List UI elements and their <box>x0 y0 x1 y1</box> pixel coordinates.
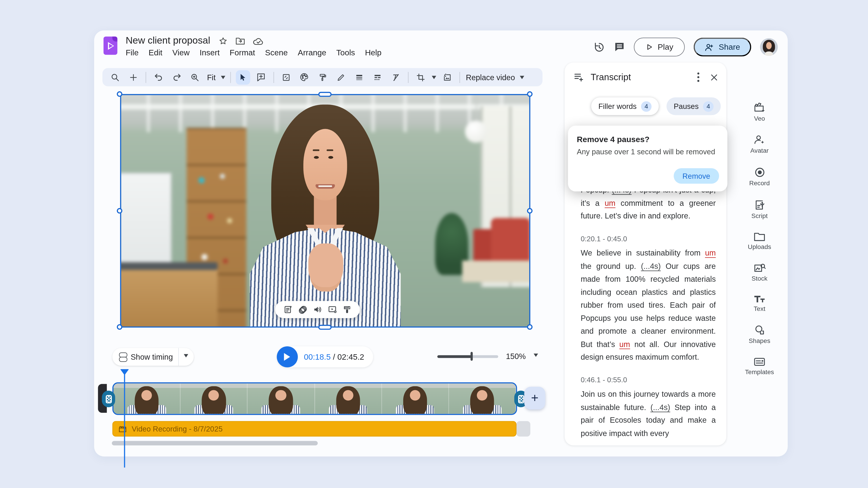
fit-zoom-select[interactable]: Fit <box>206 73 217 82</box>
menubar: FileEditViewInsertFormatSceneArrangeTool… <box>126 48 381 57</box>
stock-icon <box>753 263 766 273</box>
loop-rings-icon[interactable] <box>298 304 308 315</box>
resize-handle-right[interactable] <box>527 208 532 214</box>
script-icon <box>754 199 765 211</box>
rail-item-text[interactable]: Text <box>732 294 787 312</box>
shapes-icon <box>754 325 765 336</box>
playback-settings-icon[interactable] <box>328 305 338 314</box>
recording-icon <box>119 425 127 432</box>
add-icon[interactable] <box>126 70 141 85</box>
replace-video-caret-icon[interactable] <box>520 76 524 81</box>
record-icon <box>754 166 765 178</box>
zoom-caret-icon[interactable] <box>533 354 538 359</box>
crop-icon[interactable] <box>413 70 428 85</box>
volume-icon[interactable] <box>313 305 322 314</box>
menu-help[interactable]: Help <box>365 48 381 57</box>
menu-format[interactable]: Format <box>230 48 255 57</box>
rail-item-label: Record <box>749 180 770 186</box>
timeline-zoom-value[interactable]: 150% <box>506 352 526 361</box>
video-canvas[interactable] <box>120 94 530 327</box>
resize-handle-top-left[interactable] <box>117 91 122 97</box>
text-icon <box>753 294 766 304</box>
resize-handle-top-right[interactable] <box>527 91 532 97</box>
filler-word[interactable]: um <box>705 249 716 257</box>
menu-file[interactable]: File <box>126 48 138 57</box>
show-timing-caret-icon[interactable] <box>184 354 188 359</box>
tab-pauses[interactable]: Pauses 4 <box>666 97 721 115</box>
kebab-menu-icon[interactable] <box>697 72 700 83</box>
star-icon[interactable] <box>219 37 227 45</box>
resize-handle-bottom-right[interactable] <box>527 324 532 330</box>
transcript-section: 0:20.1 - 0:45.0We believe in sustainabil… <box>581 232 716 364</box>
crop-caret-icon[interactable] <box>432 76 436 81</box>
undo-icon[interactable] <box>151 70 166 85</box>
rail-item-uploads[interactable]: Uploads <box>732 232 787 250</box>
replace-video-button[interactable]: Replace video <box>465 73 516 82</box>
menu-arrange[interactable]: Arrange <box>298 48 326 57</box>
resize-frame-icon[interactable] <box>279 70 293 85</box>
show-timing-button[interactable]: Show timing <box>112 348 194 365</box>
move-folder-icon[interactable] <box>235 37 245 45</box>
fit-caret-icon[interactable] <box>221 76 225 81</box>
summarize-icon[interactable] <box>283 305 293 314</box>
search-icon[interactable] <box>108 70 123 85</box>
rail-item-veo[interactable]: Veo <box>732 102 787 122</box>
remove-button[interactable]: Remove <box>674 168 719 184</box>
transcript-timestamp: 0:20.1 - 0:45.0 <box>581 232 716 245</box>
trim-handle-left[interactable] <box>102 391 115 407</box>
line-weight-icon[interactable] <box>352 70 366 85</box>
rail-item-templates[interactable]: Templates <box>732 357 787 375</box>
rail-item-record[interactable]: Record <box>732 166 787 186</box>
share-button[interactable]: Share <box>694 38 751 57</box>
rail-item-shapes[interactable]: Shapes <box>732 325 787 344</box>
veo-icon <box>753 102 766 113</box>
filler-word[interactable]: um <box>619 339 630 348</box>
menu-scene[interactable]: Scene <box>265 48 288 57</box>
cloud-saved-icon[interactable] <box>253 37 264 45</box>
audio-track[interactable]: Video Recording - 8/7/2025 <box>112 421 517 437</box>
fill-color-icon[interactable] <box>297 70 311 85</box>
filler-word[interactable]: um <box>604 198 616 207</box>
rail-item-label: Stock <box>752 275 767 282</box>
timeline-scrollbar[interactable] <box>112 441 318 446</box>
close-icon[interactable] <box>710 73 719 82</box>
redo-icon[interactable] <box>169 70 184 85</box>
timeline-video-clip[interactable] <box>112 382 517 415</box>
resize-handle-top[interactable] <box>318 92 332 97</box>
menu-insert[interactable]: Insert <box>199 48 220 57</box>
timeline-zoom-slider[interactable] <box>437 352 498 361</box>
menu-tools[interactable]: Tools <box>336 48 355 57</box>
account-avatar[interactable] <box>760 38 778 56</box>
resize-handle-bottom[interactable] <box>318 325 332 330</box>
line-dash-icon[interactable] <box>370 70 384 85</box>
version-history-icon[interactable] <box>593 41 605 53</box>
clear-format-icon[interactable] <box>388 70 403 85</box>
pause-marker[interactable]: (...4s) <box>650 402 670 412</box>
resize-handle-bottom-left[interactable] <box>117 324 122 330</box>
play-button[interactable]: Play <box>634 38 685 57</box>
add-comment-icon[interactable] <box>254 70 268 85</box>
rail-item-avatar[interactable]: Avatar <box>732 134 787 154</box>
pauses-count-badge: 4 <box>703 101 714 111</box>
paint-roller-icon[interactable] <box>315 70 330 85</box>
rail-item-script[interactable]: Script <box>732 199 787 219</box>
comments-icon[interactable] <box>614 41 625 53</box>
replace-image-icon[interactable] <box>440 70 454 85</box>
video-controls-bar <box>275 301 360 318</box>
transcript-panel: Transcript Filler words 4 Pauses 4 Popcu… <box>565 63 726 446</box>
style-brush-icon[interactable] <box>343 305 352 314</box>
add-scene-button[interactable]: + <box>524 387 545 410</box>
menu-edit[interactable]: Edit <box>149 48 162 57</box>
border-color-icon[interactable] <box>334 70 348 85</box>
vids-app-icon[interactable] <box>103 37 117 55</box>
resize-handle-left[interactable] <box>117 208 122 214</box>
menu-view[interactable]: View <box>173 48 190 57</box>
zoom-icon[interactable] <box>188 70 202 85</box>
rail-item-stock[interactable]: Stock <box>732 263 787 282</box>
tab-filler-words[interactable]: Filler words 4 <box>591 97 659 115</box>
document-title[interactable]: New client proposal <box>126 35 210 46</box>
timeline-play-button[interactable] <box>277 346 298 367</box>
pause-marker[interactable]: (...4s) <box>641 261 661 270</box>
select-tool-icon[interactable] <box>236 70 250 85</box>
rail-item-label: Shapes <box>749 337 770 344</box>
